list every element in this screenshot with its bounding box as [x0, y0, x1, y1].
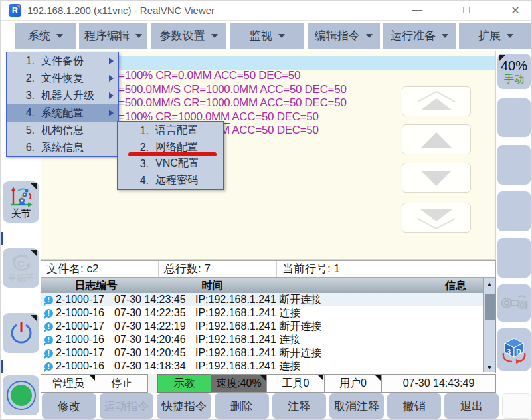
log-scrollbar[interactable]: ▲ ▼ — [483, 278, 495, 372]
menu-system[interactable]: 系统 — [15, 23, 76, 49]
log-table: 日志编号 时间 信息 ! 2-1000-17 07-30 14:23:45 IP… — [41, 278, 496, 373]
undo-button[interactable]: 撤销 — [387, 393, 442, 419]
menu-program-edit[interactable]: 程序编辑 — [79, 23, 147, 49]
delete-button[interactable]: 删除 — [215, 393, 269, 419]
item-label: 文件备份 — [41, 54, 109, 68]
program-line-rest: ACC=50 DEC=50 — [230, 110, 319, 123]
menu-item-system-info[interactable]: 6. 系统信息 — [7, 139, 118, 156]
log-id: 2-1000-16 — [56, 360, 114, 372]
triangle-up-icon — [403, 126, 470, 153]
menu-monitor[interactable]: 监视 — [230, 23, 304, 49]
menu-edit-instruction-label: 编辑指令 — [315, 28, 360, 43]
panel-button-blank-4[interactable] — [497, 238, 531, 278]
line-up-button[interactable] — [402, 124, 471, 154]
svg-text:D: D — [516, 348, 521, 356]
submenu-item-remote-password[interactable]: 4. 远程密码 — [118, 172, 223, 189]
total-lines: 总行数: 7 — [159, 261, 277, 277]
menu-extension[interactable]: 扩展 — [459, 23, 532, 49]
user-role-status[interactable]: 管理员 — [41, 374, 96, 393]
tool-status[interactable]: 工具0 — [267, 374, 325, 393]
log-header-time: 时间 — [151, 279, 274, 293]
modify-button[interactable]: 修改 — [42, 393, 96, 419]
info-bubble-icon: ! — [44, 296, 53, 304]
item-number: 3. — [20, 90, 35, 102]
double-chevron-up-icon — [403, 88, 470, 115]
menu-item-robot-upgrade[interactable]: 3. 机器人升级 — [7, 87, 118, 104]
item-label: 系统配置 — [41, 106, 109, 120]
file-name: 文件名: c2 — [41, 261, 159, 277]
program-line[interactable]: =500.0MM/S CR=1000.0MM ACC=50 DEC=50 — [118, 83, 347, 97]
item-label: 系统信息 — [41, 141, 118, 155]
log-row[interactable]: ! 2-1000-16 07-30 14:22:35 IP:192.168.1.… — [41, 306, 495, 320]
status-bar: 管理员 停止 示教 速度:40% 工具0 用户0 07-30 14:43:49 — [41, 374, 496, 393]
program-line[interactable]: =500.0MM/S CR=1000.0MM ACC=50 DEC=50 — [118, 96, 347, 110]
user-frame-status[interactable]: 用户0 — [325, 374, 382, 393]
pendant-button[interactable] — [497, 284, 531, 322]
log-row[interactable]: ! 2-1000-16 07-30 14:18:34 IP:192.168.1.… — [41, 360, 495, 373]
page-down-button[interactable] — [402, 203, 471, 233]
close-button[interactable]: ✕ — [507, 2, 523, 18]
double-chevron-down-icon — [403, 205, 470, 231]
menu-program-edit-label: 程序编辑 — [84, 28, 130, 43]
log-table-header: 日志编号 时间 信息 — [41, 278, 495, 293]
item-label: 机器人升级 — [41, 89, 109, 103]
log-info: IP:192.168.1.241 断开连接 — [195, 293, 495, 307]
log-row[interactable]: ! 2-1000-16 07-30 14:20:46 IP:192.168.1.… — [41, 333, 495, 346]
page-up-button[interactable] — [402, 86, 471, 116]
window-title: 192.168.1.200 (x11vnc) - RealVNC Viewer — [27, 5, 215, 16]
mode-value: 手动 — [504, 73, 524, 85]
joint-coordinate-button[interactable]: 关节 — [3, 181, 39, 223]
svg-text:C: C — [17, 258, 25, 269]
file-info-bar: 文件名: c2 总行数: 7 当前行号: 1 — [41, 260, 496, 278]
log-time: 07-30 14:22:19 — [114, 320, 195, 332]
log-row[interactable]: ! 2-1000-17 07-30 14:22:19 IP:192.168.1.… — [41, 320, 495, 333]
run-start-button[interactable] — [3, 375, 39, 415]
item-label: 远程密码 — [155, 173, 198, 187]
minimize-button[interactable]: — — [409, 2, 425, 18]
comment-button[interactable]: 注释 — [272, 393, 327, 419]
menu-item-file-restore[interactable]: 2. 文件恢复 — [7, 70, 118, 87]
submenu-arrow-icon — [109, 58, 114, 64]
panel-button-blank-2[interactable] — [497, 145, 531, 185]
log-row[interactable]: ! 2-1000-17 07-30 14:23:45 IP:192.168.1.… — [41, 293, 495, 306]
item-label: 文件恢复 — [41, 72, 109, 86]
log-row[interactable]: ! 2-1000-17 07-30 14:20:45 IP:192.168.1.… — [41, 346, 495, 360]
edge-marker — [1, 232, 3, 245]
item-number: 5. — [20, 124, 35, 136]
power-button[interactable] — [3, 313, 39, 353]
program-line[interactable]: =100% CR=0.0MM ACC=50 DEC=50 — [118, 69, 347, 83]
submenu-item-vnc-config[interactable]: 3. VNC配置 — [118, 156, 223, 172]
chevron-down-icon — [278, 34, 285, 38]
menu-parameter-settings[interactable]: 参数设置 — [151, 23, 226, 49]
info-bubble-icon: ! — [44, 309, 53, 318]
info-bubble-icon: ! — [44, 322, 53, 331]
menu-item-system-config[interactable]: 4. 系统配置 — [7, 104, 118, 122]
menu-parameter-settings-label: 参数设置 — [160, 28, 205, 43]
submenu-item-language-config[interactable]: 1. 语言配置 — [118, 122, 223, 139]
scroll-down-icon[interactable]: ▼ — [486, 362, 493, 372]
panel-button-blank-3[interactable] — [497, 191, 531, 231]
run-ring-icon — [7, 381, 36, 410]
scroll-up-icon[interactable]: ▲ — [486, 278, 493, 289]
view-3d-button[interactable]: 3 D — [497, 328, 531, 371]
quick-command-button[interactable]: 快捷指令 — [157, 393, 211, 419]
scrollbar-thumb[interactable] — [485, 294, 495, 320]
panel-button-blank-1[interactable] — [497, 98, 531, 137]
item-number: 1. — [135, 125, 149, 137]
speed-value: 40% — [501, 58, 527, 73]
speed-mode-button[interactable]: 40% 手动 — [497, 54, 531, 89]
single-cycle-button[interactable]: C 单循环 — [3, 248, 39, 288]
speed-status[interactable]: 速度:40% — [211, 374, 267, 393]
log-info: IP:192.168.1.241 连接 — [195, 306, 495, 320]
menu-item-file-backup[interactable]: 1. 文件备份 — [7, 52, 118, 70]
menu-item-mechanism-info[interactable]: 5. 机构信息 — [7, 122, 118, 139]
robot-joint-icon — [9, 185, 34, 208]
exit-button[interactable]: 退出 — [444, 393, 499, 419]
item-number: 4. — [20, 107, 35, 119]
uncomment-button[interactable]: 取消注释 — [329, 393, 384, 419]
line-down-button[interactable] — [402, 163, 471, 193]
title-bar: R 192.168.1.200 (x11vnc) - RealVNC Viewe… — [1, 1, 532, 21]
menu-run-prepare[interactable]: 运行准备 — [383, 23, 456, 49]
menu-edit-instruction[interactable]: 编辑指令 — [308, 23, 380, 49]
maximize-button[interactable]: □ — [458, 2, 474, 18]
